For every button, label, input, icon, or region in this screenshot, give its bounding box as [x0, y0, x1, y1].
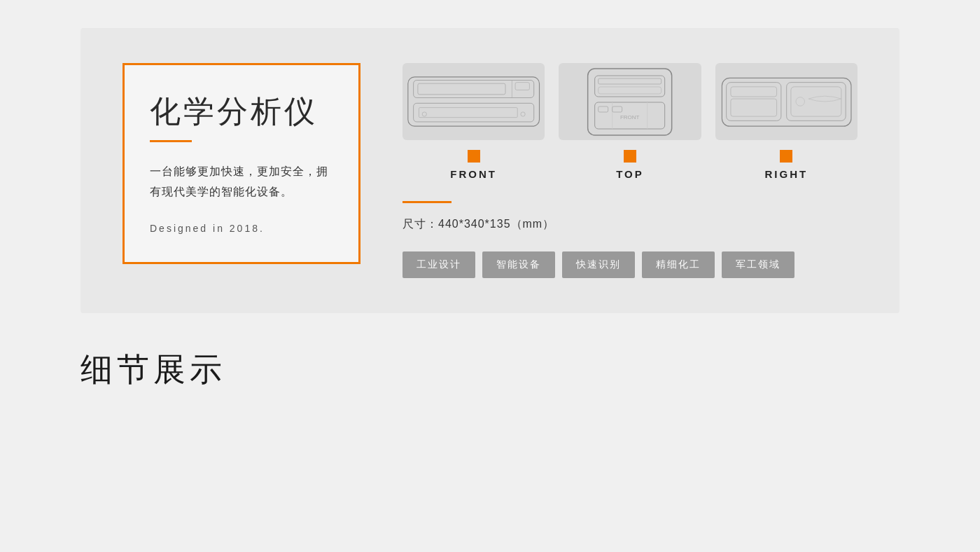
product-title: 化学分析仪 [150, 93, 333, 130]
tag-industrial-design[interactable]: 工业设计 [402, 251, 475, 278]
designed-text: Designed in 2018. [150, 223, 333, 234]
product-description: 一台能够更加快速，更加安全，拥有现代美学的智能化设备。 [150, 162, 333, 202]
device-views: FRONT FRONT [402, 63, 858, 278]
view-item-front: FRONT [402, 63, 545, 180]
svg-rect-21 [786, 83, 845, 121]
svg-point-25 [796, 97, 805, 106]
divider-line [402, 201, 451, 203]
svg-rect-3 [414, 103, 534, 122]
page-wrapper: 化学分析仪 一台能够更加快速，更加安全，拥有现代美学的智能化设备。 Design… [0, 0, 980, 434]
device-image-top: FRONT [559, 63, 701, 140]
view-item-right: RIGHT [715, 63, 858, 180]
front-indicator [468, 150, 480, 163]
svg-rect-12 [598, 87, 662, 94]
views-row: FRONT FRONT [402, 63, 858, 180]
bottom-section: 细节展示 [0, 313, 980, 406]
svg-point-7 [422, 112, 426, 116]
main-card: 化学分析仪 一台能够更加快速，更加安全，拥有现代美学的智能化设备。 Design… [80, 28, 899, 313]
tag-military[interactable]: 军工领域 [722, 251, 794, 278]
section-title: 细节展示 [80, 348, 899, 392]
top-label: TOP [616, 168, 644, 180]
tags-row: 工业设计 智能设备 快速识别 精细化工 军工领域 [402, 251, 858, 278]
view-item-top: FRONT TOP [559, 63, 701, 180]
device-image-front [402, 63, 545, 140]
svg-point-8 [521, 112, 525, 116]
right-indicator [780, 150, 792, 163]
front-label: FRONT [450, 168, 497, 180]
svg-rect-0 [408, 77, 540, 126]
product-info-box: 化学分析仪 一台能够更加快速，更加安全，拥有现代美学的智能化设备。 Design… [122, 63, 360, 264]
svg-rect-23 [731, 99, 777, 116]
svg-text:FRONT: FRONT [620, 114, 640, 120]
tag-fast-recognition[interactable]: 快速识别 [562, 251, 635, 278]
top-indicator [624, 150, 636, 163]
right-label: RIGHT [764, 168, 808, 180]
svg-rect-4 [419, 108, 517, 118]
svg-rect-22 [731, 87, 777, 97]
tag-fine-chemical[interactable]: 精细化工 [642, 251, 715, 278]
device-image-right [715, 63, 858, 140]
tag-smart-device[interactable]: 智能设备 [482, 251, 555, 278]
svg-rect-10 [595, 76, 665, 97]
title-underline [150, 140, 192, 142]
svg-rect-11 [598, 78, 662, 84]
svg-rect-6 [515, 83, 529, 90]
dimensions-text: 尺寸：440*340*135（mm） [402, 217, 858, 232]
svg-rect-18 [612, 106, 622, 112]
svg-rect-20 [726, 83, 780, 121]
svg-rect-24 [791, 87, 841, 116]
svg-rect-17 [598, 106, 608, 112]
svg-rect-2 [418, 83, 505, 95]
